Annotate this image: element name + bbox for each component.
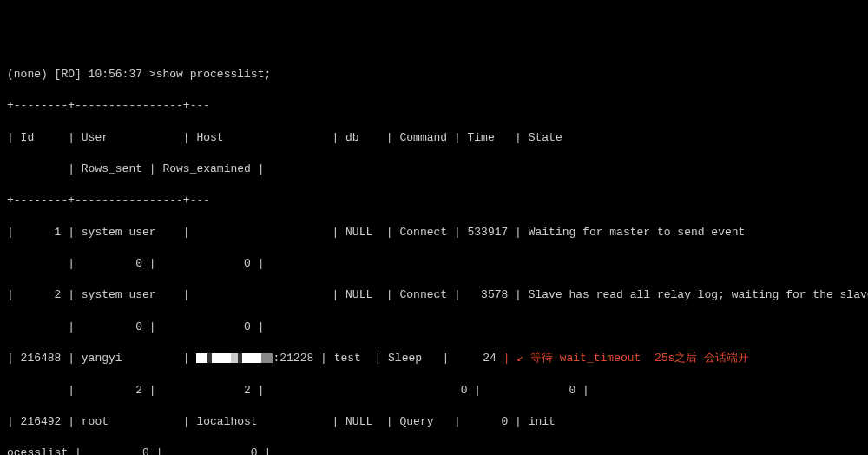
q1-row3-cont: | 2 | 2 | 0 | 0 | [7, 384, 589, 397]
redacted-host [196, 353, 273, 363]
q1-row3: | 216488 | yangyi | :21228 | test | Slee… [7, 352, 868, 365]
q1-row1-cont: | 0 | 0 | [7, 257, 264, 270]
q1-row2: | 2 | system user | | NULL | Connect | 3… [7, 288, 868, 301]
separator-mid-1: +--------+----------------+--- [7, 194, 210, 207]
q1-row4-cont: ocesslist | 0 | 0 | [7, 446, 271, 455]
q1-row2-cont: | 0 | 0 | [7, 320, 264, 333]
header-1-line1: | Id | User | Host | db | Command | Time… [7, 131, 868, 144]
prompt-line-1: (none) [RO] 10:56:37 >show processlist; [7, 68, 271, 81]
separator-top-1: +--------+----------------+--- [7, 99, 210, 112]
header-1-line2: | Rows_sent | Rows_examined | [7, 162, 264, 175]
wait-timeout-annotation: | ↙ 等待 wait_timeout 25s之后 会话端开 [503, 352, 868, 365]
q1-row4: | 216492 | root | localhost | NULL | Que… [7, 415, 868, 428]
q1-row1: | 1 | system user | | NULL | Connect | 5… [7, 226, 868, 239]
